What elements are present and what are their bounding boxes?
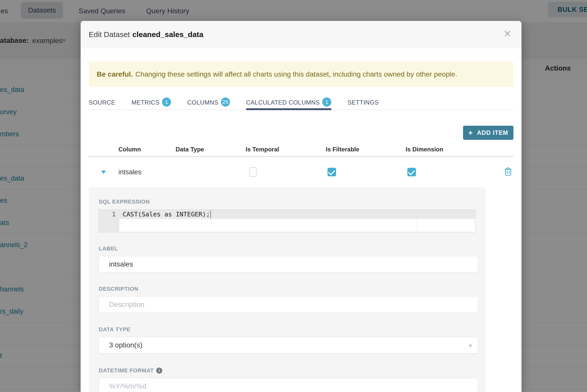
add-item-row: + ADD ITEM <box>89 126 513 140</box>
tab-settings[interactable]: SETTINGS <box>347 99 379 110</box>
column-detail-panel: SQL EXPRESSION 1 CAST(Sales as INTEGER);… <box>89 187 485 392</box>
modal-title-prefix: Edit Dataset <box>89 30 130 39</box>
label-input[interactable]: intsales <box>99 256 478 273</box>
label-field-label: LABEL <box>99 245 475 252</box>
datetime-format-field-label: DATETIME FORMAT i <box>99 367 475 374</box>
table-row: intsales <box>89 157 513 187</box>
tab-count-badge: 1 <box>322 97 331 107</box>
collapse-caret-icon[interactable] <box>101 171 106 174</box>
data-type-select[interactable]: 3 option(s) ▾ <box>99 337 478 353</box>
header-data-type: Data Type <box>176 146 246 153</box>
modal-title: Edit Datasetcleaned_sales_data <box>89 30 203 39</box>
modal-header: Edit Datasetcleaned_sales_data ✕ <box>81 21 521 48</box>
trash-icon[interactable] <box>504 167 512 176</box>
header-is-temporal: Is Temporal <box>246 146 326 153</box>
description-input[interactable]: Description <box>99 296 478 313</box>
editor-print-margin <box>417 210 417 232</box>
tab-count-badge: 1 <box>162 97 171 107</box>
info-icon: i <box>156 368 162 374</box>
sql-expression-editor[interactable]: 1 CAST(Sales as INTEGER); <box>99 210 475 232</box>
editor-line-number: 1 <box>99 211 116 218</box>
tab-count-badge: 25 <box>221 97 230 107</box>
is-temporal-checkbox[interactable] <box>249 167 256 177</box>
editor-cursor <box>210 210 211 218</box>
warning-banner: Be careful. Changing these settings will… <box>89 62 513 87</box>
tab-metrics[interactable]: METRICS1 <box>132 99 171 110</box>
is-filterable-checkbox[interactable] <box>328 168 336 176</box>
tab-source[interactable]: SOURCE <box>89 99 115 110</box>
datetime-format-input[interactable]: %Y/%m/%d <box>99 378 478 392</box>
warning-text: Changing these settings will affect all … <box>135 70 457 78</box>
warning-bold-text: Be careful. <box>97 70 133 78</box>
data-type-field-label: DATA TYPE <box>99 326 475 333</box>
close-icon[interactable]: ✕ <box>503 29 511 39</box>
is-dimension-checkbox[interactable] <box>407 168 416 176</box>
sql-expression-label: SQL EXPRESSION <box>99 199 475 205</box>
modal-title-dataset-name: cleaned_sales_data <box>132 30 203 39</box>
modal-body: Be careful. Changing these settings will… <box>81 62 521 392</box>
modal-tab-bar: SOURCEMETRICS1COLUMNS25CALCULATED COLUMN… <box>89 99 513 110</box>
tab-columns[interactable]: COLUMNS25 <box>187 99 230 110</box>
header-is-dimension: Is Dimension <box>406 146 504 153</box>
data-type-value: 3 option(s) <box>109 341 142 349</box>
header-is-filterable: Is Filterable <box>326 146 406 153</box>
calculated-columns-header-row: Column Data Type Is Temporal Is Filterab… <box>89 143 513 157</box>
header-column: Column <box>118 146 176 153</box>
add-item-label: ADD ITEM <box>477 129 508 136</box>
add-item-button[interactable]: + ADD ITEM <box>463 126 513 140</box>
plus-icon: + <box>468 128 473 137</box>
description-field-label: DESCRIPTION <box>99 286 475 292</box>
caret-down-icon: ▾ <box>469 342 472 349</box>
edit-dataset-modal: Edit Datasetcleaned_sales_data ✕ Be care… <box>81 21 521 392</box>
editor-code: CAST(Sales as INTEGER); <box>123 211 210 218</box>
column-name: intsales <box>118 168 176 176</box>
datetime-format-label-text: DATETIME FORMAT <box>99 367 154 374</box>
tab-calculated-columns[interactable]: CALCULATED COLUMNS1 <box>246 99 332 110</box>
